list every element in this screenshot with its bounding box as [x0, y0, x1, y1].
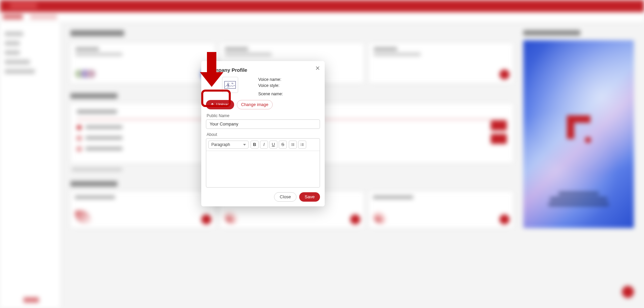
svg-rect-13	[302, 145, 304, 146]
profile-meta: Voice name: Voice style: Scene name:	[258, 77, 283, 97]
svg-rect-3	[292, 143, 294, 144]
company-image-icon	[224, 81, 236, 89]
company-image-thumb	[222, 77, 238, 93]
public-name-label: Public Name	[207, 113, 320, 118]
bold-button[interactable]: B	[251, 141, 259, 149]
scene-name-label: Scene name:	[258, 91, 283, 97]
about-label: About	[207, 132, 320, 137]
annotation-arrow	[200, 52, 223, 88]
change-image-button-label: Change image	[241, 102, 268, 107]
svg-rect-0	[225, 81, 236, 89]
bullet-list-button[interactable]	[289, 141, 297, 149]
about-editor: Paragraph B I U S 123	[206, 138, 320, 188]
voice-style-label: Voice style:	[258, 83, 283, 89]
numbered-list-button[interactable]: 123	[298, 141, 306, 149]
upload-button[interactable]: Upload	[206, 100, 234, 109]
close-button[interactable]: Close	[274, 192, 297, 202]
italic-button[interactable]: I	[260, 141, 268, 149]
underline-button[interactable]: U	[269, 141, 277, 149]
change-image-button[interactable]: Change image	[237, 100, 273, 109]
modal-overlay: Company Profile Voice name: Voice style:…	[0, 0, 644, 308]
public-name-input[interactable]	[206, 119, 320, 129]
strike-icon: S	[281, 142, 284, 147]
svg-point-2	[291, 143, 292, 144]
close-icon	[316, 66, 319, 70]
svg-text:3: 3	[301, 145, 301, 146]
svg-point-4	[291, 144, 292, 145]
svg-point-6	[291, 145, 292, 146]
svg-rect-5	[292, 144, 294, 145]
strike-button[interactable]: S	[279, 141, 287, 149]
italic-icon: I	[263, 142, 265, 147]
svg-rect-7	[292, 145, 294, 146]
numbered-list-icon: 123	[301, 142, 304, 147]
svg-rect-9	[302, 143, 304, 144]
modal-close-button[interactable]	[314, 64, 321, 72]
editor-toolbar: Paragraph B I U S 123	[206, 139, 320, 151]
save-button[interactable]: Save	[299, 192, 320, 202]
voice-name-label: Voice name:	[258, 77, 283, 83]
about-textarea[interactable]	[206, 151, 320, 187]
bullet-list-icon	[291, 142, 294, 147]
svg-rect-11	[302, 144, 304, 145]
underline-icon: U	[272, 142, 275, 147]
upload-icon	[210, 103, 214, 107]
upload-button-label: Upload	[216, 102, 230, 107]
bold-icon: B	[253, 142, 256, 147]
format-select[interactable]: Paragraph	[208, 141, 249, 149]
